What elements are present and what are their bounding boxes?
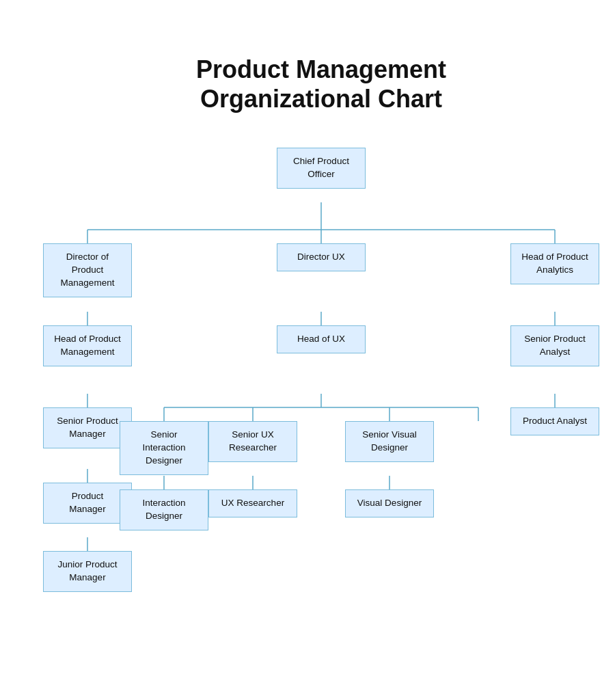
node-pm-2: Product Manager <box>43 483 132 524</box>
node-sr-pm-2: Senior Product Manager <box>43 407 132 448</box>
node-sr-analyst-2: Senior Product Analyst <box>510 325 599 366</box>
node-analyst-2: Product Analyst <box>510 407 599 435</box>
node-head-pm-2: Head of Product Management <box>43 325 132 366</box>
page-title-clean: Product Management Organizational Chart <box>196 55 446 113</box>
node-sr-id-2: Senior Interaction Designer <box>120 421 208 475</box>
node-head-analytics-2: Head of Product Analytics <box>510 243 599 284</box>
node-id-2: Interaction Designer <box>120 489 208 530</box>
node-cpo-2: Chief Product Officer <box>277 148 366 189</box>
node-jr-pm-2: Junior Product Manager <box>43 551 132 592</box>
node-vd-2: Visual Designer <box>345 489 434 517</box>
node-sr-vd-2: Senior Visual Designer <box>345 421 434 462</box>
node-dir-ux-2: Director UX <box>277 243 366 271</box>
node-sr-ux-r-2: Senior UX Researcher <box>208 421 297 462</box>
node-dir-pm-2: Director of Product Management <box>43 243 132 297</box>
node-head-ux-2: Head of UX <box>277 325 366 353</box>
node-ux-r-2: UX Researcher <box>208 489 297 517</box>
